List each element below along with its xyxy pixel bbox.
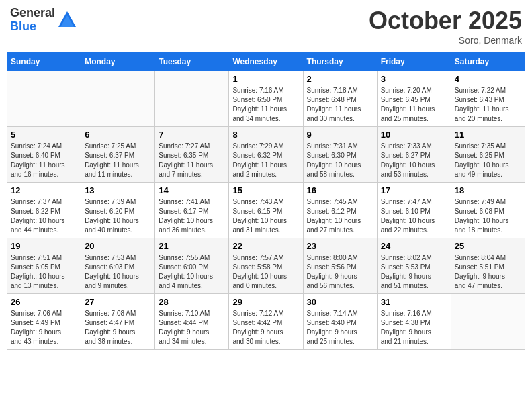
day-cell-22: 22Sunrise: 7:57 AM Sunset: 5:58 PM Dayli… [229, 238, 303, 294]
day-info: Sunrise: 7:22 AM Sunset: 6:43 PM Dayligh… [455, 86, 521, 124]
day-info: Sunrise: 7:47 AM Sunset: 6:10 PM Dayligh… [381, 197, 447, 235]
day-cell-1: 1Sunrise: 7:16 AM Sunset: 6:50 PM Daylig… [229, 71, 303, 127]
day-cell-27: 27Sunrise: 7:08 AM Sunset: 4:47 PM Dayli… [81, 294, 155, 350]
day-cell-4: 4Sunrise: 7:22 AM Sunset: 6:43 PM Daylig… [451, 71, 525, 127]
day-number: 6 [85, 130, 151, 140]
day-cell-31: 31Sunrise: 7:16 AM Sunset: 4:38 PM Dayli… [377, 294, 451, 350]
day-number: 24 [381, 241, 447, 251]
day-cell-7: 7Sunrise: 7:27 AM Sunset: 6:35 PM Daylig… [155, 127, 229, 183]
calendar-table: SundayMondayTuesdayWednesdayThursdayFrid… [7, 52, 525, 350]
day-info: Sunrise: 7:55 AM Sunset: 6:00 PM Dayligh… [159, 253, 225, 291]
day-info: Sunrise: 7:53 AM Sunset: 6:03 PM Dayligh… [85, 253, 151, 291]
day-info: Sunrise: 8:00 AM Sunset: 5:56 PM Dayligh… [307, 253, 373, 291]
weekday-header-sunday: Sunday [7, 53, 81, 71]
day-cell-9: 9Sunrise: 7:31 AM Sunset: 6:30 PM Daylig… [303, 127, 377, 183]
logo-icon [57, 10, 77, 30]
weekday-header-tuesday: Tuesday [155, 53, 229, 71]
day-cell-11: 11Sunrise: 7:35 AM Sunset: 6:25 PM Dayli… [451, 127, 525, 183]
day-number: 8 [232, 130, 299, 140]
day-number: 3 [381, 74, 447, 84]
day-number: 9 [307, 130, 373, 140]
day-number: 30 [307, 297, 373, 307]
day-number: 26 [11, 297, 77, 307]
day-number: 10 [381, 130, 447, 140]
logo-general-text: General [10, 7, 55, 20]
day-number: 4 [455, 74, 521, 84]
day-cell-13: 13Sunrise: 7:39 AM Sunset: 6:20 PM Dayli… [81, 183, 155, 238]
day-number: 19 [11, 241, 77, 251]
week-row-2: 5Sunrise: 7:24 AM Sunset: 6:40 PM Daylig… [7, 127, 525, 183]
weekday-header-wednesday: Wednesday [229, 53, 303, 71]
day-info: Sunrise: 7:45 AM Sunset: 6:12 PM Dayligh… [307, 197, 373, 235]
day-cell-14: 14Sunrise: 7:41 AM Sunset: 6:17 PM Dayli… [155, 183, 229, 238]
day-info: Sunrise: 7:16 AM Sunset: 6:50 PM Dayligh… [232, 86, 299, 124]
day-cell-2: 2Sunrise: 7:18 AM Sunset: 6:48 PM Daylig… [303, 71, 377, 127]
day-cell-5: 5Sunrise: 7:24 AM Sunset: 6:40 PM Daylig… [7, 127, 81, 183]
day-cell-20: 20Sunrise: 7:53 AM Sunset: 6:03 PM Dayli… [81, 238, 155, 294]
day-info: Sunrise: 7:24 AM Sunset: 6:40 PM Dayligh… [11, 142, 77, 179]
day-info: Sunrise: 7:18 AM Sunset: 6:48 PM Dayligh… [307, 86, 373, 124]
day-info: Sunrise: 7:57 AM Sunset: 5:58 PM Dayligh… [232, 253, 299, 291]
week-row-1: 1Sunrise: 7:16 AM Sunset: 6:50 PM Daylig… [7, 71, 525, 127]
week-row-5: 26Sunrise: 7:06 AM Sunset: 4:49 PM Dayli… [7, 294, 525, 350]
day-number: 7 [159, 130, 225, 140]
day-number: 1 [232, 74, 299, 84]
day-number: 13 [85, 185, 151, 195]
logo: General Blue [10, 7, 77, 34]
day-info: Sunrise: 7:29 AM Sunset: 6:32 PM Dayligh… [232, 142, 299, 179]
day-cell-10: 10Sunrise: 7:33 AM Sunset: 6:27 PM Dayli… [377, 127, 451, 183]
weekday-header-thursday: Thursday [303, 53, 377, 71]
empty-cell [7, 71, 81, 127]
day-cell-16: 16Sunrise: 7:45 AM Sunset: 6:12 PM Dayli… [303, 183, 377, 238]
day-number: 11 [455, 130, 521, 140]
day-info: Sunrise: 7:33 AM Sunset: 6:27 PM Dayligh… [381, 142, 447, 179]
day-cell-25: 25Sunrise: 8:04 AM Sunset: 5:51 PM Dayli… [451, 238, 525, 294]
day-info: Sunrise: 7:20 AM Sunset: 6:45 PM Dayligh… [381, 86, 447, 124]
day-info: Sunrise: 7:25 AM Sunset: 6:37 PM Dayligh… [85, 142, 151, 179]
day-number: 21 [159, 241, 225, 251]
day-cell-19: 19Sunrise: 7:51 AM Sunset: 6:05 PM Dayli… [7, 238, 81, 294]
title-block: October 2025 Soro, Denmark [369, 7, 522, 46]
day-number: 16 [307, 185, 373, 195]
day-info: Sunrise: 7:10 AM Sunset: 4:44 PM Dayligh… [159, 309, 225, 347]
day-number: 22 [232, 241, 299, 251]
empty-cell [451, 294, 525, 350]
weekday-header-friday: Friday [377, 53, 451, 71]
day-cell-3: 3Sunrise: 7:20 AM Sunset: 6:45 PM Daylig… [377, 71, 451, 127]
day-info: Sunrise: 7:12 AM Sunset: 4:42 PM Dayligh… [232, 309, 299, 347]
day-number: 20 [85, 241, 151, 251]
empty-cell [155, 71, 229, 127]
day-cell-30: 30Sunrise: 7:14 AM Sunset: 4:40 PM Dayli… [303, 294, 377, 350]
day-cell-18: 18Sunrise: 7:49 AM Sunset: 6:08 PM Dayli… [451, 183, 525, 238]
day-info: Sunrise: 7:39 AM Sunset: 6:20 PM Dayligh… [85, 197, 151, 235]
empty-cell [81, 71, 155, 127]
weekday-header-saturday: Saturday [451, 53, 525, 71]
logo-blue-text: Blue [10, 20, 55, 34]
day-number: 27 [85, 297, 151, 307]
day-info: Sunrise: 7:51 AM Sunset: 6:05 PM Dayligh… [11, 253, 77, 291]
day-number: 25 [455, 241, 521, 251]
day-cell-17: 17Sunrise: 7:47 AM Sunset: 6:10 PM Dayli… [377, 183, 451, 238]
day-cell-15: 15Sunrise: 7:43 AM Sunset: 6:15 PM Dayli… [229, 183, 303, 238]
week-row-4: 19Sunrise: 7:51 AM Sunset: 6:05 PM Dayli… [7, 238, 525, 294]
day-info: Sunrise: 7:37 AM Sunset: 6:22 PM Dayligh… [11, 197, 77, 235]
day-info: Sunrise: 7:35 AM Sunset: 6:25 PM Dayligh… [455, 142, 521, 179]
weekday-header-row: SundayMondayTuesdayWednesdayThursdayFrid… [7, 53, 525, 71]
day-number: 17 [381, 185, 447, 195]
day-number: 12 [11, 185, 77, 195]
day-number: 18 [455, 185, 521, 195]
day-number: 31 [381, 297, 447, 307]
day-info: Sunrise: 7:06 AM Sunset: 4:49 PM Dayligh… [11, 309, 77, 347]
day-info: Sunrise: 7:14 AM Sunset: 4:40 PM Dayligh… [307, 309, 373, 347]
day-info: Sunrise: 8:04 AM Sunset: 5:51 PM Dayligh… [455, 253, 521, 291]
day-info: Sunrise: 7:16 AM Sunset: 4:38 PM Dayligh… [381, 309, 447, 347]
day-number: 2 [307, 74, 373, 84]
page-header: General Blue October 2025 Soro, Denmark [7, 7, 525, 46]
day-cell-23: 23Sunrise: 8:00 AM Sunset: 5:56 PM Dayli… [303, 238, 377, 294]
day-number: 29 [232, 297, 299, 307]
day-cell-26: 26Sunrise: 7:06 AM Sunset: 4:49 PM Dayli… [7, 294, 81, 350]
day-info: Sunrise: 7:08 AM Sunset: 4:47 PM Dayligh… [85, 309, 151, 347]
day-cell-8: 8Sunrise: 7:29 AM Sunset: 6:32 PM Daylig… [229, 127, 303, 183]
day-cell-6: 6Sunrise: 7:25 AM Sunset: 6:37 PM Daylig… [81, 127, 155, 183]
day-cell-28: 28Sunrise: 7:10 AM Sunset: 4:44 PM Dayli… [155, 294, 229, 350]
